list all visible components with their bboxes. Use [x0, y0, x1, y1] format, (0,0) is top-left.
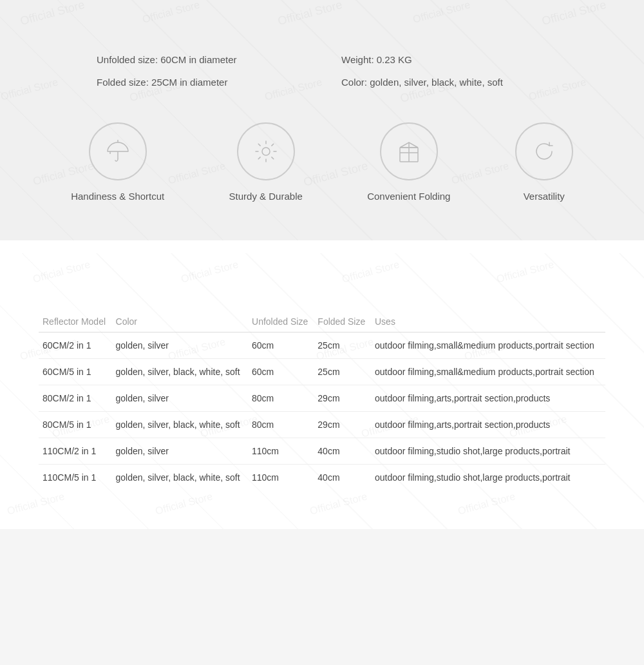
cell-1-color: golden, silver, black, white, soft — [112, 359, 248, 385]
feature-sturdy: Sturdy & Durable — [229, 122, 303, 202]
sturdy-label: Sturdy & Durable — [229, 191, 303, 202]
folding-icon-circle — [380, 122, 438, 180]
production-specs-section: Official Store Official Store Official S… — [0, 253, 644, 529]
cell-2-model: 80CM/2 in 1 — [39, 385, 112, 412]
svg-point-3 — [262, 148, 270, 155]
header-col-0: Reflector Model — [39, 311, 112, 332]
cell-5-model: 110CM/5 in 1 — [39, 465, 112, 491]
specs-table-body: 60CM/2 in 1golden, silver60cm25cmoutdoor… — [39, 332, 605, 491]
table-row: 110CM/2 in 1golden, silver110cm40cmoutdo… — [39, 438, 605, 465]
cell-1-uses: outdoor filming,small&medium products,po… — [371, 359, 605, 385]
param-weight: Weight: 0.23 KG — [341, 52, 547, 68]
cell-5-uses: outdoor filming,studio shot,large produc… — [371, 465, 605, 491]
feature-versatility: Versatility — [515, 122, 573, 202]
handiness-label: Handiness & Shortcut — [71, 191, 164, 202]
cell-1-model: 60CM/5 in 1 — [39, 359, 112, 385]
cell-5-folded: 40cm — [314, 465, 371, 491]
cell-2-folded: 29cm — [314, 385, 371, 412]
versatility-icon-circle — [515, 122, 573, 180]
cell-0-unfolded: 60cm — [248, 332, 314, 359]
table-row: 80CM/5 in 1golden, silver, black, white,… — [39, 412, 605, 438]
cell-3-unfolded: 80cm — [248, 412, 314, 438]
params-grid: Unfolded size: 60CM in diameterWeight: 0… — [97, 52, 547, 90]
cell-4-color: golden, silver — [112, 438, 248, 465]
folding-label: Convenient Folding — [367, 191, 450, 202]
cell-2-color: golden, silver — [112, 385, 248, 412]
param-color: Color: golden, silver, black, white, sof… — [341, 74, 547, 90]
feature-folding: Convenient Folding — [367, 122, 450, 202]
cell-0-folded: 25cm — [314, 332, 371, 359]
header-col-2: Unfolded Size — [248, 311, 314, 332]
handiness-icon-circle — [89, 122, 147, 180]
specs-table-header: Reflector ModelColorUnfolded SizeFolded … — [39, 311, 605, 332]
cell-3-folded: 29cm — [314, 412, 371, 438]
header-col-3: Folded Size — [314, 311, 371, 332]
cell-3-color: golden, silver, black, white, soft — [112, 412, 248, 438]
cell-4-unfolded: 110cm — [248, 438, 314, 465]
cell-5-color: golden, silver, black, white, soft — [112, 465, 248, 491]
table-row: 60CM/5 in 1golden, silver, black, white,… — [39, 359, 605, 385]
header-row: Reflector ModelColorUnfolded SizeFolded … — [39, 311, 605, 332]
param-folded-size: Folded size: 25CM in diameter — [97, 74, 303, 90]
cell-2-unfolded: 80cm — [248, 385, 314, 412]
versatility-label: Versatility — [524, 191, 565, 202]
watermark-layer: Official Store Official Store Official S… — [0, 0, 644, 240]
features-row: Handiness & ShortcutSturdy & DurableConv… — [39, 122, 605, 202]
table-row: 60CM/2 in 1golden, silver60cm25cmoutdoor… — [39, 332, 605, 359]
cell-2-uses: outdoor filming,arts,portrait section,pr… — [371, 385, 605, 412]
cell-5-unfolded: 110cm — [248, 465, 314, 491]
table-row: 80CM/2 in 1golden, silver80cm29cmoutdoor… — [39, 385, 605, 412]
specs-table: Reflector ModelColorUnfolded SizeFolded … — [39, 311, 605, 490]
cell-4-uses: outdoor filming,studio shot,large produc… — [371, 438, 605, 465]
sturdy-icon-circle — [237, 122, 295, 180]
cell-3-model: 80CM/5 in 1 — [39, 412, 112, 438]
table-row: 110CM/5 in 1golden, silver, black, white… — [39, 465, 605, 491]
header-col-4: Uses — [371, 311, 605, 332]
product-parameter-section: Official Store Official Store Official S… — [0, 0, 644, 240]
header-col-1: Color — [112, 311, 248, 332]
cell-0-model: 60CM/2 in 1 — [39, 332, 112, 359]
param-unfolded-size: Unfolded size: 60CM in diameter — [97, 52, 303, 68]
cell-1-unfolded: 60cm — [248, 359, 314, 385]
cell-0-uses: outdoor filming,small&medium products,po… — [371, 332, 605, 359]
cell-0-color: golden, silver — [112, 332, 248, 359]
cell-4-model: 110CM/2 in 1 — [39, 438, 112, 465]
section-divider — [0, 240, 644, 253]
cell-4-folded: 40cm — [314, 438, 371, 465]
feature-handiness: Handiness & Shortcut — [71, 122, 164, 202]
cell-1-folded: 25cm — [314, 359, 371, 385]
cell-3-uses: outdoor filming,arts,portrait section,pr… — [371, 412, 605, 438]
